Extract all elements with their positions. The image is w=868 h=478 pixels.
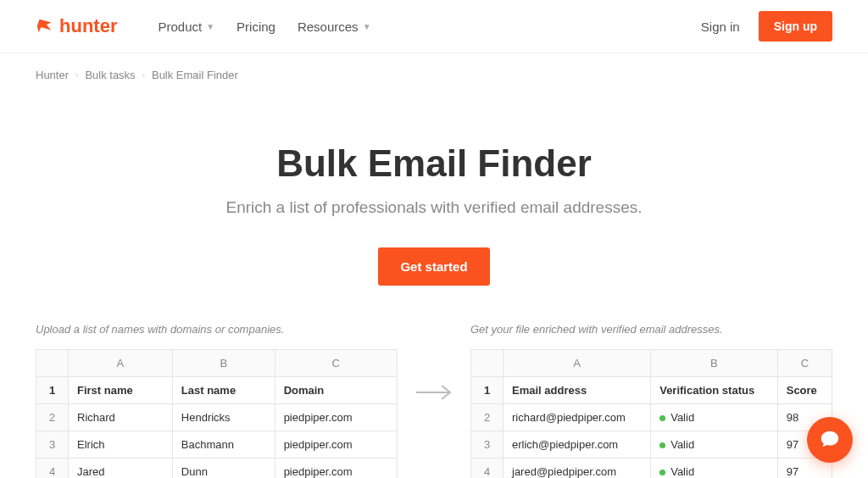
cell-domain: piedpiper.com xyxy=(275,431,397,459)
cell-first: Richard xyxy=(69,404,173,431)
top-nav: hunter Product▼ Pricing Resources▼ Sign … xyxy=(0,0,868,53)
nav-resources-label: Resources xyxy=(298,19,359,34)
nav-primary: Product▼ Pricing Resources▼ xyxy=(158,19,370,34)
brand-text: hunter xyxy=(59,15,117,37)
table-row: 4 Jared Dunn piedpiper.com xyxy=(36,459,398,479)
input-table: A B C 1 First name Last name Domain 2 Ri… xyxy=(36,349,398,478)
signup-button[interactable]: Sign up xyxy=(759,11,832,42)
arrow-right-icon xyxy=(415,382,453,403)
corner-cell xyxy=(471,350,504,377)
chevron-down-icon: ▼ xyxy=(206,22,214,31)
cell-last: Dunn xyxy=(172,459,275,479)
header-verification: Verification status xyxy=(651,377,778,404)
cell-status: Valid xyxy=(651,431,778,459)
valid-dot-icon xyxy=(659,470,665,475)
table-col-header: A B C xyxy=(471,350,832,377)
breadcrumb-sep: › xyxy=(142,70,145,80)
row-num: 4 xyxy=(36,459,69,479)
col-c: C xyxy=(777,350,832,377)
logo[interactable]: hunter xyxy=(36,15,117,37)
row-num: 2 xyxy=(36,404,69,431)
arrow-separator xyxy=(415,323,453,403)
col-b: B xyxy=(172,350,275,377)
hero: Bulk Email Finder Enrich a list of profe… xyxy=(36,97,832,323)
breadcrumb-bulk-tasks[interactable]: Bulk tasks xyxy=(85,69,135,81)
cell-domain: piedpiper.com xyxy=(275,404,397,431)
col-c: C xyxy=(275,350,397,377)
nav-product-label: Product xyxy=(158,19,202,34)
cell-first: Elrich xyxy=(69,431,173,459)
cell-email: erlich@piedpiper.com xyxy=(504,431,651,459)
row-num: 4 xyxy=(471,459,504,479)
cell-status: Valid xyxy=(651,404,778,431)
col-a: A xyxy=(69,350,173,377)
status-text: Valid xyxy=(670,411,694,424)
col-a: A xyxy=(504,350,651,377)
cell-last: Hendricks xyxy=(172,404,275,431)
chat-widget-button[interactable] xyxy=(807,417,853,463)
row-num: 3 xyxy=(471,431,504,459)
status-text: Valid xyxy=(670,438,694,451)
header-last-name: Last name xyxy=(172,377,275,404)
row-num: 3 xyxy=(36,431,69,459)
page-subtitle: Enrich a list of professionals with veri… xyxy=(36,198,832,217)
breadcrumb-sep: › xyxy=(75,70,78,80)
output-panel: Get your file enriched with verified ema… xyxy=(470,323,832,478)
header-score: Score xyxy=(777,377,832,404)
breadcrumb-hunter[interactable]: Hunter xyxy=(36,69,69,81)
cell-email: richard@piedpiper.com xyxy=(504,404,651,431)
breadcrumb: Hunter › Bulk tasks › Bulk Email Finder xyxy=(36,53,832,97)
nav-product[interactable]: Product▼ xyxy=(158,19,214,34)
cell-email: jared@piedpiper.com xyxy=(504,459,651,479)
header-email: Email address xyxy=(504,377,651,404)
header-domain: Domain xyxy=(275,377,397,404)
get-started-button[interactable]: Get started xyxy=(378,247,489,286)
table-row: 1 First name Last name Domain xyxy=(36,377,398,404)
status-text: Valid xyxy=(670,465,694,478)
chevron-down-icon: ▼ xyxy=(363,22,371,31)
table-row: 2 richard@piedpiper.com Valid 98 xyxy=(471,404,832,431)
table-row: 3 erlich@piedpiper.com Valid 97 xyxy=(471,431,832,459)
table-row: 4 jared@piedpiper.com Valid 97 xyxy=(471,459,832,479)
input-panel: Upload a list of names with domains or c… xyxy=(36,323,398,478)
corner-cell xyxy=(36,350,69,377)
nav-pricing-label: Pricing xyxy=(236,19,275,34)
output-caption: Get your file enriched with verified ema… xyxy=(470,323,832,336)
nav-right: Sign in Sign up xyxy=(701,11,832,42)
row-num: 2 xyxy=(471,404,504,431)
row-num: 1 xyxy=(471,377,504,404)
row-num: 1 xyxy=(36,377,69,404)
header-first-name: First name xyxy=(69,377,173,404)
example-spread: Upload a list of names with domains or c… xyxy=(36,323,832,478)
cell-first: Jared xyxy=(69,459,173,479)
input-caption: Upload a list of names with domains or c… xyxy=(36,323,398,336)
nav-resources[interactable]: Resources▼ xyxy=(298,19,371,34)
cell-last: Bachmann xyxy=(172,431,275,459)
signin-link[interactable]: Sign in xyxy=(701,19,740,34)
cell-domain: piedpiper.com xyxy=(275,459,397,479)
table-row: 1 Email address Verification status Scor… xyxy=(471,377,832,404)
col-b: B xyxy=(651,350,778,377)
hunter-logo-icon xyxy=(36,17,54,36)
page-title: Bulk Email Finder xyxy=(36,142,832,185)
table-row: 2 Richard Hendricks piedpiper.com xyxy=(36,404,398,431)
table-row: 3 Elrich Bachmann piedpiper.com xyxy=(36,431,398,459)
output-table: A B C 1 Email address Verification statu… xyxy=(470,349,832,478)
valid-dot-icon xyxy=(659,415,665,421)
chat-icon xyxy=(819,429,841,451)
nav-pricing[interactable]: Pricing xyxy=(236,19,275,34)
cell-status: Valid xyxy=(651,459,778,479)
breadcrumb-current: Bulk Email Finder xyxy=(152,69,238,81)
valid-dot-icon xyxy=(659,442,665,448)
table-col-header: A B C xyxy=(36,350,398,377)
